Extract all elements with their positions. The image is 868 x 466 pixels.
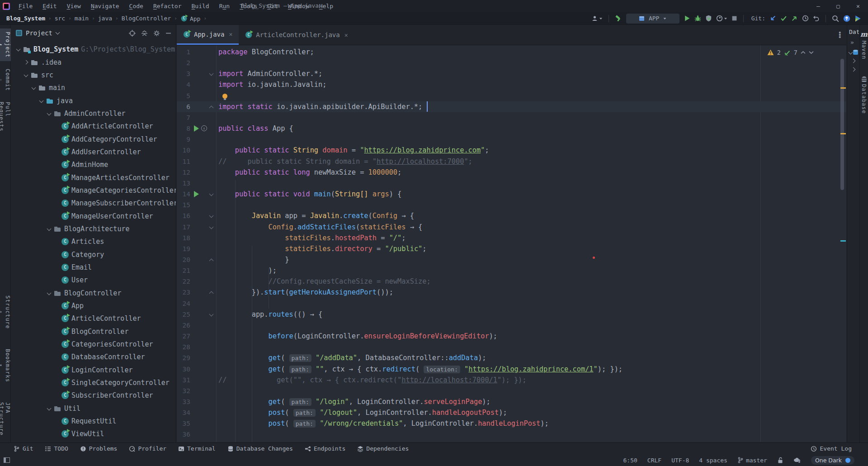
tree-item[interactable]: java: [11, 94, 176, 107]
stripe-button-bookmarks[interactable]: Bookmarks: [0, 346, 11, 385]
chevron-down-icon[interactable]: [39, 99, 43, 103]
cloud-settings-icon[interactable]: [793, 457, 801, 463]
git-push-icon[interactable]: [791, 15, 798, 22]
stripe-button-commit[interactable]: Commit: [0, 66, 11, 94]
fold-start-icon[interactable]: [209, 225, 214, 229]
tree-item[interactable]: ManageArticlesController: [11, 171, 176, 184]
tree-item[interactable]: ArticleController: [11, 312, 176, 325]
fold-start-icon[interactable]: [209, 214, 214, 218]
tool-window-button-terminal[interactable]: Terminal: [178, 445, 216, 452]
tree-item[interactable]: Category: [11, 248, 176, 261]
history-clock-icon[interactable]: [802, 15, 809, 22]
menu-refactor[interactable]: Refactor: [149, 1, 186, 11]
code-line[interactable]: 8↓public class App {: [177, 123, 846, 134]
tree-item[interactable]: AddUserController: [11, 146, 176, 158]
code-line[interactable]: 3import AdminController.*;: [177, 68, 846, 79]
tree-item[interactable]: RequestUtil: [11, 415, 176, 428]
code-line[interactable]: 18 staticFiles.hostedPath = "/";: [177, 233, 846, 243]
run-with-coverage-icon[interactable]: [705, 15, 712, 22]
code-editor[interactable]: 1package BlogController;23import AdminCo…: [177, 45, 846, 442]
menu-code[interactable]: Code: [125, 1, 147, 11]
db-tree-row[interactable]: [851, 67, 859, 72]
code-line[interactable]: 31// get("", ctx → { ctx.redirect("http:…: [177, 375, 846, 385]
build-hammer-icon[interactable]: [615, 15, 622, 22]
debug-button[interactable]: [694, 15, 701, 22]
git-branch-widget[interactable]: master: [737, 457, 767, 464]
tree-item[interactable]: ManageSubscriberController: [11, 197, 176, 209]
menu-build[interactable]: Build: [188, 1, 213, 11]
tree-item[interactable]: DatabaseController: [11, 351, 176, 363]
db-tree-row[interactable]: [851, 59, 859, 63]
code-line[interactable]: 23 }).start(getHerokuAssignedPort());: [177, 287, 846, 298]
tool-window-button-database-changes[interactable]: Database Changes: [227, 445, 293, 452]
collapse-all-icon[interactable]: [141, 30, 148, 37]
tree-item[interactable]: BlogArchitecture: [11, 223, 176, 235]
unlock-icon[interactable]: [777, 457, 783, 464]
stripe-button-database[interactable]: Database: [861, 84, 867, 114]
breadcrumb-item[interactable]: BlogController: [122, 15, 171, 22]
tool-window-button-endpoints[interactable]: Endpoints: [305, 445, 345, 452]
code-line[interactable]: 28: [177, 342, 846, 352]
tree-item[interactable]: SubscriberController: [11, 389, 176, 402]
fold-end-icon[interactable]: [209, 290, 214, 295]
tool-window-button-problems[interactable]: Problems: [80, 445, 118, 452]
breadcrumb-item[interactable]: Blog_System: [6, 15, 45, 22]
code-line[interactable]: 21 );: [177, 265, 846, 276]
tree-item[interactable]: BlogController: [11, 287, 176, 300]
event-log-button[interactable]: Event Log: [811, 445, 852, 452]
chevron-down-icon[interactable]: [24, 73, 28, 77]
code-line[interactable]: 6import static io.javalin.apibuilder.Api…: [177, 101, 846, 112]
implementations-gutter-icon[interactable]: ↓: [201, 125, 207, 131]
tree-item[interactable]: BlogController: [11, 325, 176, 338]
tree-item[interactable]: Articles: [11, 235, 176, 248]
run-gutter-icon[interactable]: [194, 125, 199, 132]
fold-start-icon[interactable]: [209, 312, 214, 317]
stripe-button-pull-requests[interactable]: Pull Requests: [0, 99, 11, 142]
editor-tab[interactable]: ArticleController.java✕: [239, 25, 354, 45]
fold-end-icon[interactable]: [209, 257, 214, 262]
next-issue-icon[interactable]: [809, 51, 814, 54]
tool-window-button-dependencies[interactable]: Dependencies: [357, 445, 409, 452]
code-line[interactable]: 22 //Config.requestCacheSize = newMaxSiz…: [177, 276, 846, 287]
code-line[interactable]: 19 staticFiles.directory = "/public";: [177, 243, 846, 254]
tree-item[interactable]: LoginController: [11, 364, 176, 376]
code-line[interactable]: 10 public static String domain = "https:…: [177, 145, 846, 156]
tree-item[interactable]: AdminHome: [11, 158, 176, 171]
tree-item[interactable]: CategoriesController: [11, 338, 176, 351]
code-line[interactable]: 32: [177, 385, 846, 396]
tree-item[interactable]: SingleCategoryController: [11, 376, 176, 389]
tab-options-kebab-icon[interactable]: •••: [838, 32, 842, 38]
maven-logo-icon[interactable]: m: [860, 30, 868, 38]
toggle-toolwindows-icon[interactable]: [4, 457, 10, 463]
tree-item[interactable]: AddArticleController: [11, 120, 176, 133]
code-with-me-users-icon[interactable]: [591, 15, 603, 22]
stripe-button-maven[interactable]: Maven: [861, 41, 867, 59]
git-update-icon[interactable]: [769, 15, 776, 22]
locate-file-icon[interactable]: [129, 30, 136, 37]
code-line[interactable]: 7: [177, 112, 846, 123]
tree-item[interactable]: AddCategoryController: [11, 133, 176, 145]
editor-scrollbar[interactable]: [840, 59, 844, 190]
code-line[interactable]: 11// public static String domain = "http…: [177, 156, 846, 167]
chevron-down-icon[interactable]: [31, 86, 36, 90]
tool-window-button-profiler[interactable]: Profiler: [129, 445, 166, 452]
maximize-button[interactable]: ▢: [828, 0, 848, 12]
tree-item[interactable]: Email: [11, 261, 176, 274]
inspections-widget[interactable]: 2 7: [767, 49, 814, 56]
hide-panel-icon[interactable]: [165, 30, 171, 36]
run-button[interactable]: [684, 15, 690, 22]
code-line[interactable]: 30 get( path: "", ctx → { ctx.redirect( …: [177, 364, 846, 375]
tree-item[interactable]: ManageCategoriesController: [11, 184, 176, 197]
breadcrumb-item[interactable]: main: [75, 15, 89, 22]
tree-item[interactable]: Blog_System G:\Projects\Blog_System: [11, 43, 176, 56]
code-line[interactable]: 37 get( path: "", ctx → {: [177, 440, 846, 442]
code-line[interactable]: 2: [177, 57, 846, 68]
fold-start-icon[interactable]: [209, 71, 214, 76]
stripe-button-project[interactable]: Project: [0, 29, 11, 61]
menu-edit[interactable]: Edit: [38, 1, 61, 11]
tree-item[interactable]: Util: [11, 402, 176, 415]
code-line[interactable]: 29 get( path: "/addData", DatabaseContro…: [177, 352, 846, 363]
tool-window-button-todo[interactable]: TODO: [45, 445, 68, 452]
menu-file[interactable]: File: [14, 1, 37, 11]
stripe-button-structure[interactable]: Structure: [0, 292, 11, 332]
